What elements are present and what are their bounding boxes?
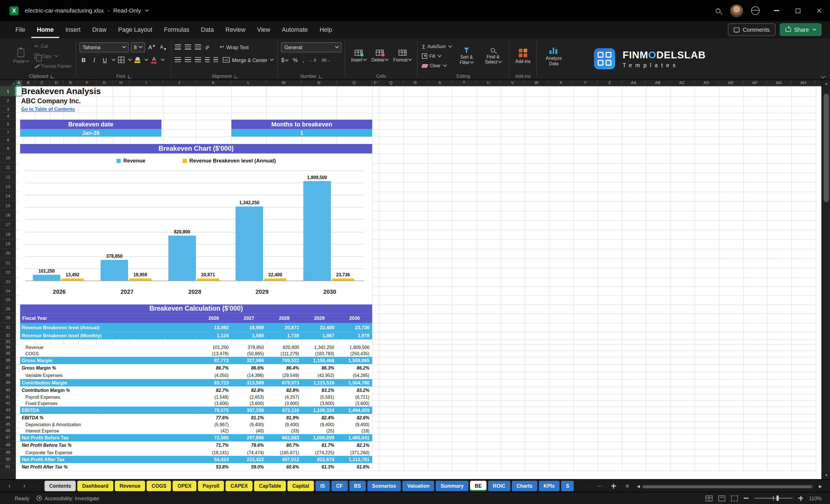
row-header-38[interactable]: 38 (0, 372, 16, 379)
table-row[interactable]: Revenue Breakeven level (Annual)13,49218… (20, 323, 372, 332)
spreadsheet-grid[interactable]: Breakeven Analysis ABC Company Inc. Go t… (16, 86, 822, 479)
column-header-A[interactable]: A (16, 80, 22, 86)
row-header-4[interactable]: 4 (0, 113, 16, 120)
cell[interactable]: 83.1% (302, 387, 337, 393)
bar-breakeven-2027[interactable] (129, 279, 152, 281)
cell[interactable]: (33) (266, 428, 302, 434)
format-cells-button[interactable]: Format (391, 41, 414, 71)
number-format-select[interactable]: General (281, 42, 342, 52)
sheet-tab-roic[interactable]: ROIC (488, 481, 510, 492)
cell[interactable]: 23,736 (337, 325, 372, 330)
cell[interactable]: 1,739 (266, 333, 302, 338)
cell[interactable]: 672,116 (266, 408, 302, 413)
cell[interactable]: (4,257) (266, 395, 302, 400)
sheet-tab-scenarios[interactable]: Scenarios (367, 481, 401, 492)
cell[interactable]: (3,600) (196, 401, 231, 406)
cell[interactable]: 1,113,781 (337, 457, 372, 462)
align-center-icon[interactable] (185, 57, 191, 63)
clipboard-dialog-launcher[interactable] (51, 75, 54, 78)
number-dialog-launcher[interactable] (319, 75, 322, 78)
cell[interactable]: 81.9% (266, 415, 302, 420)
cell[interactable]: (18) (337, 428, 372, 434)
legend-item[interactable]: Revenue (117, 158, 145, 164)
menu-tab-draw[interactable]: Draw (86, 21, 112, 38)
cell[interactable]: 61.6% (337, 464, 372, 470)
insert-cells-button[interactable]: + Insert (348, 41, 369, 71)
fill-button[interactable]: Fill (421, 52, 453, 60)
maximize-button[interactable] (789, 0, 807, 21)
cell[interactable]: 83.2% (337, 387, 372, 393)
cell[interactable]: 378,850 (231, 345, 266, 350)
row-header-32[interactable]: 32 (0, 332, 16, 339)
cell[interactable]: 22,400 (302, 325, 337, 330)
cell[interactable]: 78.6% (231, 442, 266, 448)
sheet-tab-charts[interactable]: Charts (512, 481, 537, 492)
cell[interactable]: 679,973 (266, 380, 302, 385)
row-header-37[interactable]: 37 (0, 364, 16, 372)
column-header-AH[interactable]: AH (791, 80, 816, 86)
cell[interactable]: (54,285) (337, 373, 372, 378)
row-header-25[interactable]: 25 (0, 295, 16, 304)
sheet-tab-summary[interactable]: Summary (436, 481, 468, 492)
row-header-47[interactable]: 47 (0, 434, 16, 442)
menu-tab-page-layout[interactable]: Page Layout (113, 21, 158, 38)
column-header-U[interactable]: U (477, 80, 501, 86)
cell[interactable]: 820,800 (266, 345, 302, 350)
row-header-20[interactable]: 20 (0, 249, 16, 258)
cell[interactable]: (9,400) (337, 422, 372, 427)
cell[interactable]: 307,336 (231, 408, 266, 413)
cell[interactable]: 81.1% (231, 415, 266, 420)
row-header-43[interactable]: 43 (0, 406, 16, 414)
horizontal-scroll-thumb[interactable] (643, 485, 812, 488)
alignment-dialog-launcher[interactable] (234, 75, 237, 78)
cell[interactable]: 86.4% (266, 365, 302, 371)
cell[interactable]: (25) (302, 428, 337, 434)
share-button[interactable]: Share (780, 23, 822, 36)
cell[interactable]: 87,773 (196, 358, 231, 363)
row-header-26[interactable]: 26 (0, 304, 16, 313)
table-row[interactable]: Revenue101,250378,850820,8001,342,2501,8… (20, 344, 372, 350)
table-row[interactable]: Net Profit Before Tax %71.7%78.6%80.7%81… (20, 442, 372, 449)
cell[interactable]: 77.6% (196, 415, 231, 420)
column-header-K[interactable]: K (196, 80, 231, 86)
cell[interactable]: 86.7% (196, 365, 231, 371)
decrease-decimal-button[interactable]: .00→ (321, 58, 330, 62)
cell[interactable]: (5,591) (302, 395, 337, 400)
column-header-P[interactable]: P (372, 80, 379, 86)
menu-tab-insert[interactable]: Insert (60, 21, 86, 38)
underline-button[interactable]: U (101, 55, 109, 64)
cell[interactable]: (9,400) (231, 422, 266, 427)
row-header-16[interactable]: 16 (0, 211, 16, 220)
column-header-R[interactable]: R (403, 80, 427, 86)
font-dialog-launcher[interactable] (128, 75, 131, 78)
cell[interactable]: (5,967) (196, 422, 231, 427)
bar-revenue-2030[interactable] (304, 181, 331, 281)
cell[interactable]: 60.6% (266, 464, 302, 470)
row-header-39[interactable]: 39 (0, 379, 16, 386)
cell[interactable]: 1,158,468 (302, 358, 337, 363)
font-color-button[interactable]: A (150, 55, 158, 64)
cell[interactable]: 72,566 (196, 435, 231, 441)
cell[interactable]: 82.7% (196, 387, 231, 393)
paste-button[interactable]: Paste (10, 41, 31, 71)
table-row[interactable]: Fixed Expenses(3,600)(3,600)(3,600)(3,60… (20, 400, 372, 406)
column-header-I[interactable]: I (130, 80, 163, 86)
cell[interactable]: (42) (196, 428, 231, 434)
add-sheet-button[interactable] (608, 481, 619, 492)
italic-button[interactable]: I (90, 55, 99, 64)
close-button[interactable] (810, 0, 828, 21)
align-bottom-icon[interactable] (195, 44, 201, 50)
sort-filter-button[interactable]: Sort & Filter (453, 41, 480, 71)
row-header-45[interactable]: 45 (0, 421, 16, 428)
cell[interactable]: (2,653) (231, 395, 266, 400)
cell[interactable]: (50,865) (231, 351, 266, 356)
cell[interactable]: 223,422 (231, 457, 266, 462)
cut-button[interactable]: ✂Cut (33, 41, 72, 50)
align-middle-icon[interactable] (185, 44, 191, 50)
cell[interactable]: 81.7% (302, 442, 337, 448)
minimize-button[interactable] (768, 0, 786, 21)
accessibility-status[interactable]: Accessibility: Investigate (37, 495, 99, 501)
page-break-view-button[interactable] (731, 495, 738, 501)
column-header-AA[interactable]: AA (622, 80, 646, 86)
zoom-slider-thumb[interactable] (777, 496, 778, 501)
